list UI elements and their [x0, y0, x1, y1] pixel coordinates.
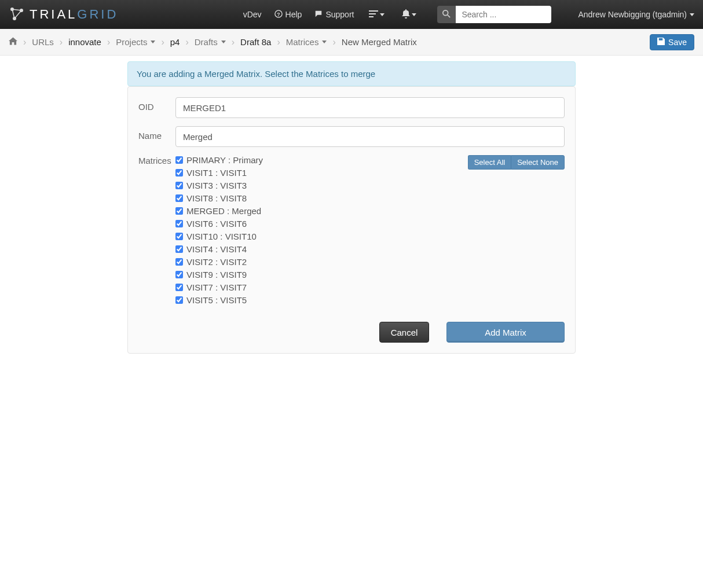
matrix-item: VISIT5 : VISIT5	[175, 295, 565, 305]
nav-support-label: Support	[325, 10, 354, 19]
nav-notifications[interactable]	[400, 9, 419, 20]
select-all-button[interactable]: Select All	[468, 155, 511, 170]
svg-text:?: ?	[277, 11, 280, 17]
nav-help-label: Help	[285, 10, 302, 19]
action-row: Cancel Add Matrix	[138, 322, 565, 343]
crumb-separator: ›	[332, 37, 335, 47]
svg-rect-5	[369, 10, 378, 12]
matrix-checkbox[interactable]	[175, 296, 183, 304]
matrices-label: Matrices	[138, 155, 175, 308]
crumb-separator: ›	[60, 37, 63, 47]
crumb-projects-label: Projects	[116, 37, 147, 47]
crumb-drafts-label: Drafts	[195, 37, 218, 47]
crumb-p4[interactable]: p4	[170, 37, 180, 47]
matrix-checkbox[interactable]	[175, 271, 183, 278]
matrix-item-label: VISIT3 : VISIT3	[186, 181, 247, 190]
matrix-item: VISIT10 : VISIT10	[175, 231, 565, 241]
nav-help[interactable]: ? Help	[274, 10, 302, 20]
user-menu[interactable]: Andrew Newbigging (tgadmin)	[578, 10, 694, 19]
matrix-item: VISIT8 : VISIT8	[175, 193, 565, 203]
name-label: Name	[138, 126, 175, 147]
caret-down-icon	[690, 13, 694, 16]
select-buttons: Select All Select None	[468, 155, 565, 170]
matrix-checkbox[interactable]	[175, 220, 183, 227]
crumb-separator: ›	[161, 37, 164, 47]
matrix-item-label: VISIT8 : VISIT8	[186, 193, 247, 203]
breadcrumb: › URLs › innovate › Projects › p4 › Draf…	[9, 37, 650, 47]
matrix-item: VISIT2 : VISIT2	[175, 257, 565, 267]
matrix-checkbox[interactable]	[175, 169, 183, 177]
search-button[interactable]	[437, 6, 456, 23]
home-icon	[9, 37, 17, 47]
crumb-urls[interactable]: URLs	[32, 37, 54, 47]
matrices-row: Matrices Select All Select None PRIMARY …	[138, 155, 565, 308]
crumb-current: New Merged Matrix	[342, 37, 417, 47]
matrix-item-label: VISIT9 : VISIT9	[186, 270, 247, 280]
matrix-item-label: VISIT10 : VISIT10	[186, 231, 257, 241]
search-icon	[442, 10, 451, 20]
crumb-separator: ›	[277, 37, 280, 47]
name-input[interactable]	[175, 126, 565, 147]
crumb-matrices[interactable]: Matrices	[286, 37, 327, 47]
matrix-item: VISIT3 : VISIT3	[175, 181, 565, 190]
crumb-drafts[interactable]: Drafts	[195, 37, 226, 47]
matrix-item-label: MERGED : Merged	[186, 206, 261, 216]
matrix-checkbox[interactable]	[175, 156, 183, 164]
svg-line-9	[448, 14, 450, 17]
oid-label: OID	[138, 97, 175, 118]
crumb-separator: ›	[107, 37, 110, 47]
crumb-matrices-label: Matrices	[286, 37, 319, 47]
matrix-item-label: VISIT2 : VISIT2	[186, 257, 247, 267]
nav-list-menu[interactable]	[367, 10, 387, 20]
caret-down-icon	[380, 13, 385, 16]
svg-rect-7	[369, 16, 374, 17]
matrices-list: Select All Select None PRIMARY : Primary…	[175, 155, 565, 308]
add-matrix-button[interactable]: Add Matrix	[446, 322, 565, 343]
top-navbar: TRIALGRID vDev ? Help Support	[0, 0, 703, 29]
matrix-item-label: VISIT7 : VISIT7	[186, 282, 247, 292]
matrix-checkbox[interactable]	[175, 194, 183, 202]
nav-support[interactable]: Support	[314, 10, 354, 20]
save-icon	[657, 38, 665, 47]
matrix-item-label: VISIT4 : VISIT4	[186, 244, 247, 254]
main-container: You are adding a Merged Matrix. Select t…	[127, 61, 576, 354]
chat-icon	[314, 10, 323, 20]
nav-items: vDev ? Help Support	[243, 6, 694, 23]
matrix-checkbox[interactable]	[175, 182, 183, 189]
matrix-item: VISIT4 : VISIT4	[175, 244, 565, 254]
crumb-separator: ›	[23, 37, 26, 47]
help-icon: ?	[274, 10, 283, 20]
search-input[interactable]	[456, 6, 551, 23]
matrix-item-label: VISIT5 : VISIT5	[186, 295, 247, 305]
oid-input[interactable]	[175, 97, 565, 118]
matrix-checkbox[interactable]	[175, 284, 183, 291]
brand-logo[interactable]: TRIALGRID	[9, 6, 118, 24]
matrix-item: VISIT9 : VISIT9	[175, 270, 565, 280]
bell-icon	[402, 9, 410, 20]
crumb-projects[interactable]: Projects	[116, 37, 155, 47]
breadcrumb-bar: › URLs › innovate › Projects › p4 › Draf…	[0, 29, 703, 56]
crumb-home[interactable]	[9, 37, 17, 47]
crumb-innovate[interactable]: innovate	[68, 37, 101, 47]
matrix-checkbox[interactable]	[175, 258, 183, 266]
matrix-item: VISIT6 : VISIT6	[175, 219, 565, 229]
user-display: Andrew Newbigging (tgadmin)	[578, 10, 687, 19]
matrix-item-label: VISIT6 : VISIT6	[186, 219, 247, 229]
matrix-item: MERGED : Merged	[175, 206, 565, 216]
matrix-checkbox[interactable]	[175, 233, 183, 240]
cancel-button[interactable]: Cancel	[379, 322, 429, 343]
search-wrap	[437, 6, 551, 23]
info-alert: You are adding a Merged Matrix. Select t…	[127, 61, 576, 86]
matrix-item: VISIT7 : VISIT7	[175, 282, 565, 292]
caret-down-icon	[322, 41, 327, 43]
svg-point-8	[443, 10, 448, 15]
form-panel: OID Name Matrices Select All Select None…	[127, 86, 576, 354]
select-none-button[interactable]: Select None	[511, 155, 565, 170]
save-button[interactable]: Save	[650, 34, 694, 50]
matrix-checkbox[interactable]	[175, 207, 183, 215]
list-icon	[369, 10, 378, 20]
nav-vdev[interactable]: vDev	[243, 10, 262, 19]
matrix-checkbox[interactable]	[175, 245, 183, 253]
crumb-draft8a[interactable]: Draft 8a	[240, 37, 271, 47]
save-label: Save	[668, 38, 687, 47]
